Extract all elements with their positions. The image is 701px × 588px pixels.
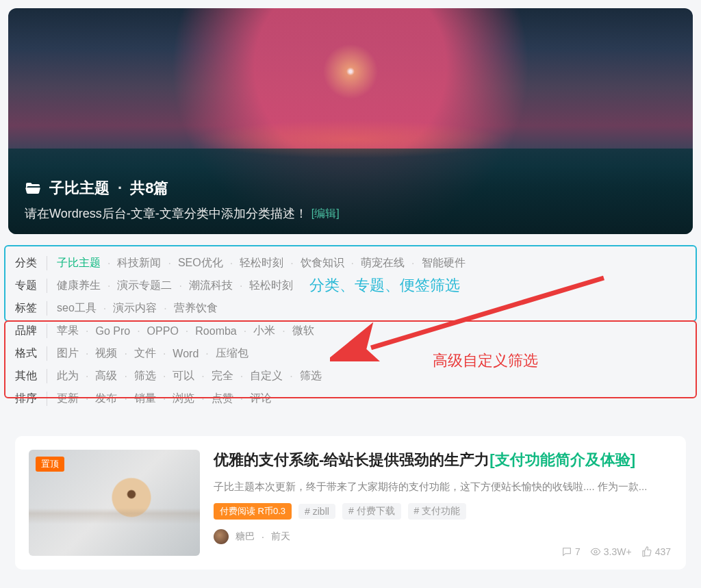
views-count: 3.3W+ [590, 546, 632, 557]
filter-item[interactable]: 文件 [134, 346, 156, 361]
separator-dot: · [164, 303, 166, 315]
filter-item[interactable]: 萌宠在线 [361, 256, 405, 270]
filter-item[interactable]: 潮流科技 [189, 279, 233, 293]
filter-item[interactable]: 可以 [173, 369, 194, 383]
separator-dot: · [230, 257, 233, 270]
separator-dot: · [240, 280, 242, 292]
post-tag[interactable]: # zibll [298, 504, 335, 519]
filter-item[interactable]: 视频 [95, 346, 117, 361]
filter-item[interactable]: 评论 [250, 392, 272, 406]
filter-item[interactable]: 筛选 [300, 369, 322, 383]
filter-item[interactable]: Roomba [195, 325, 236, 337]
post-tag[interactable]: # 付费下载 [342, 503, 401, 520]
post-thumbnail[interactable]: 置顶 [29, 450, 200, 556]
filter-item[interactable]: 营养饮食 [174, 301, 218, 316]
post-stats: 7 3.3W+ 437 [561, 546, 671, 557]
post-tag[interactable]: # 支付功能 [408, 503, 467, 520]
filter-item[interactable]: Word [173, 348, 199, 360]
post-card[interactable]: 置顶 优雅的支付系统-给站长提供强劲的生产力[支付功能简介及体验] 子比主题本次… [15, 436, 686, 570]
filter-item[interactable]: 健康养生 [57, 279, 101, 293]
filter-panel: 分类、专题、便签筛选 高级自定义筛选 分类子比主题·科技新闻·SEO优化·轻松时… [8, 246, 693, 416]
filter-item[interactable]: 苹果 [57, 324, 79, 338]
filter-item[interactable]: 点赞 [212, 392, 233, 406]
category-name: 子比主题 [49, 178, 110, 199]
filter-label: 标签 [15, 301, 47, 316]
post-meta: 糖巴 · 前天 [214, 529, 672, 544]
filter-item[interactable]: 饮食知识 [301, 256, 344, 270]
annotation-blue-label: 分类、专题、便签筛选 [309, 275, 460, 296]
filter-item[interactable]: Go Pro [95, 325, 130, 337]
separator-dot: · [118, 179, 122, 197]
filter-label: 品牌 [15, 324, 47, 338]
paid-read-badge[interactable]: 付费阅读 R币0.3 [214, 503, 292, 520]
filter-item[interactable]: 子比主题 [57, 256, 101, 270]
filter-item[interactable]: seo工具 [57, 301, 97, 316]
separator-dot: · [244, 325, 246, 337]
post-title[interactable]: 优雅的支付系统-给站长提供强劲的生产力[支付功能简介及体验] [214, 450, 672, 470]
filter-item[interactable]: 发布 [95, 392, 117, 406]
filter-item[interactable]: 科技新闻 [117, 256, 161, 270]
filter-item[interactable]: 压缩包 [216, 346, 248, 361]
edit-link[interactable]: [编辑] [311, 207, 340, 221]
separator-dot: · [124, 348, 127, 360]
folder-open-icon [25, 180, 41, 196]
meta-dot: · [262, 531, 264, 542]
filter-item[interactable]: 销量 [134, 392, 156, 406]
comments-count[interactable]: 7 [561, 546, 581, 557]
separator-dot: · [86, 393, 88, 405]
filter-item[interactable]: 演示专题二 [117, 279, 172, 293]
separator-dot: · [163, 370, 166, 383]
separator-dot: · [103, 303, 106, 315]
post-date: 前天 [271, 531, 290, 543]
filter-row-2: 标签seo工具·演示内容·营养饮食 [15, 297, 686, 320]
filter-item[interactable]: OPPO [147, 325, 179, 337]
filter-item[interactable]: 自定义 [250, 369, 283, 383]
separator-dot: · [137, 325, 140, 337]
filter-item[interactable]: 完全 [212, 369, 233, 383]
thumbs-up-icon [641, 546, 652, 557]
separator-dot: · [205, 348, 208, 360]
annotation-red-label: 高级自定义筛选 [433, 350, 538, 371]
category-hero: 子比主题 · 共8篇 请在Wordress后台-文章-文章分类中添加分类描述！ … [8, 8, 693, 234]
filter-row-4: 格式图片·视频·文件·Word·压缩包 [15, 342, 686, 365]
filter-item[interactable]: 轻松时刻 [249, 279, 293, 293]
separator-dot: · [168, 257, 170, 270]
post-title-highlight: [支付功能简介及体验] [489, 451, 635, 468]
filter-row-3: 品牌苹果·Go Pro·OPPO·Roomba·小米·微软 [15, 320, 686, 342]
separator-dot: · [290, 370, 292, 383]
separator-dot: · [411, 257, 414, 270]
author-avatar[interactable] [214, 529, 229, 544]
post-tags: 付费阅读 R币0.3 # zibll# 付费下载# 支付功能 [214, 503, 672, 520]
filter-item[interactable]: 此为 [57, 369, 79, 383]
filter-item[interactable]: 小米 [253, 324, 275, 338]
filter-item[interactable]: 轻松时刻 [240, 256, 283, 270]
separator-dot: · [201, 370, 204, 383]
filter-item[interactable]: 高级 [95, 369, 117, 383]
separator-dot: · [86, 348, 88, 360]
filter-item[interactable]: 图片 [57, 346, 79, 361]
filter-row-0: 分类子比主题·科技新闻·SEO优化·轻松时刻·饮食知识·萌宠在线·智能硬件 [15, 252, 686, 274]
separator-dot: · [186, 325, 188, 337]
post-title-text: 优雅的支付系统-给站长提供强劲的生产力 [214, 451, 489, 468]
separator-dot: · [351, 257, 354, 270]
likes-count[interactable]: 437 [641, 546, 671, 557]
separator-dot: · [290, 257, 293, 270]
separator-dot: · [201, 393, 204, 405]
filter-item[interactable]: 更新 [57, 392, 79, 406]
author-name[interactable]: 糖巴 [235, 531, 255, 543]
separator-dot: · [163, 393, 166, 405]
filter-item[interactable]: 微软 [292, 324, 314, 338]
category-count: 共8篇 [130, 178, 168, 199]
filter-item[interactable]: SEO优化 [178, 256, 223, 270]
separator-dot: · [86, 370, 88, 383]
separator-dot: · [124, 370, 127, 383]
separator-dot: · [86, 325, 88, 337]
filter-item[interactable]: 演示内容 [113, 301, 157, 316]
filter-label: 专题 [15, 279, 47, 293]
separator-dot: · [240, 393, 243, 405]
filter-item[interactable]: 筛选 [134, 369, 156, 383]
filter-row-6: 排序更新·发布·销量·浏览·点赞·评论 [15, 387, 686, 410]
sticky-badge: 置顶 [36, 457, 64, 472]
filter-item[interactable]: 浏览 [173, 392, 194, 406]
filter-item[interactable]: 智能硬件 [422, 256, 466, 270]
